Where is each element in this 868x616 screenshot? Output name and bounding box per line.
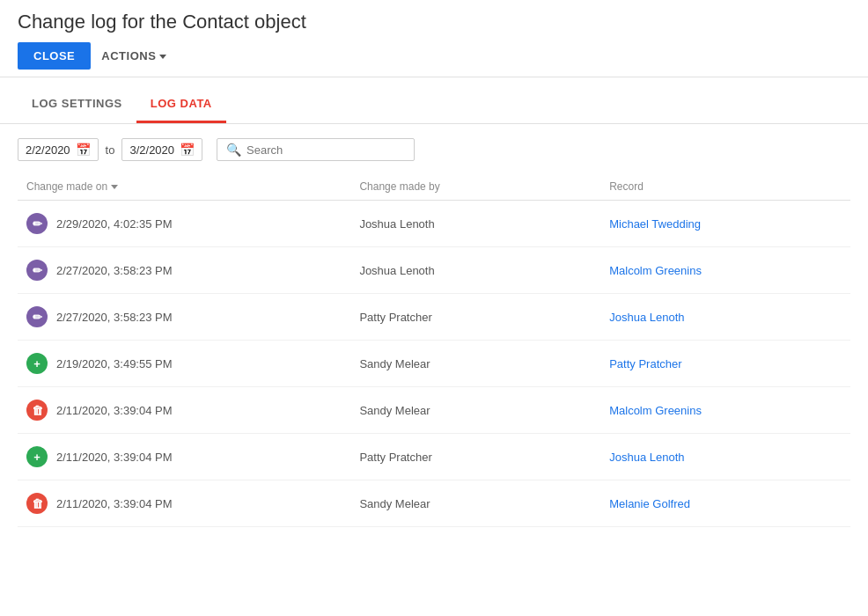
record-cell-6: Melanie Golfred (600, 480, 850, 527)
actions-label: ACTIONS (101, 49, 156, 62)
to-date-picker[interactable]: 3/2/2020 📅 (121, 138, 202, 161)
datetime-4: 2/11/2020, 3:39:04 PM (56, 404, 173, 417)
record-cell-4: Malcolm Greenins (600, 387, 850, 434)
table-row: + 2/19/2020, 3:49:55 PM Sandy Melear Pat… (18, 341, 850, 387)
table-row: 🗑 2/11/2020, 3:39:04 PM Sandy Melear Mel… (18, 480, 850, 527)
made-by-cell-3: Sandy Melear (350, 341, 600, 387)
change-on-cell-0: ✏ 2/29/2020, 4:02:35 PM (18, 201, 350, 247)
record-link-0[interactable]: Michael Twedding (609, 217, 701, 231)
made-by-1: Joshua Lenoth (359, 264, 434, 277)
search-wrap: 🔍 (217, 138, 415, 161)
change-on-cell-6: 🗑 2/11/2020, 3:39:04 PM (18, 480, 350, 527)
record-cell-0: Michael Twedding (600, 201, 850, 247)
tab-log-data[interactable]: LOG DATA (136, 86, 226, 123)
record-cell-5: Joshua Lenoth (600, 434, 850, 480)
filter-row: 2/2/2020 📅 to 3/2/2020 📅 🔍 (18, 138, 850, 161)
delete-icon-6: 🗑 (26, 493, 48, 514)
record-link-3[interactable]: Patty Pratcher (609, 357, 681, 370)
made-by-2: Patty Pratcher (359, 311, 431, 324)
table-row: ✏ 2/29/2020, 4:02:35 PM Joshua Lenoth Mi… (18, 201, 850, 247)
col-header-record: Record (600, 175, 850, 201)
table-row: ✏ 2/27/2020, 3:58:23 PM Patty Pratcher J… (18, 294, 850, 341)
to-calendar-icon[interactable]: 📅 (180, 143, 195, 157)
col-header-change-on: Change made on (18, 175, 350, 201)
tab-log-settings[interactable]: LOG SETTINGS (18, 86, 136, 123)
made-by-6: Sandy Melear (359, 497, 430, 510)
datetime-2: 2/27/2020, 3:58:23 PM (56, 311, 173, 324)
delete-icon-4: 🗑 (26, 400, 48, 421)
tabs-container: LOG SETTINGS LOG DATA (0, 86, 868, 124)
sort-change-on[interactable]: Change made on (26, 180, 118, 193)
record-link-2[interactable]: Joshua Lenoth (609, 311, 684, 324)
change-on-cell-4: 🗑 2/11/2020, 3:39:04 PM (18, 387, 350, 434)
made-by-3: Sandy Melear (359, 357, 430, 370)
datetime-0: 2/29/2020, 4:02:35 PM (56, 217, 173, 231)
datetime-5: 2/11/2020, 3:39:04 PM (56, 451, 173, 464)
record-link-6[interactable]: Melanie Golfred (609, 497, 690, 510)
sort-chevron-icon (111, 185, 118, 189)
page-title: Change log for the Contact object (18, 11, 850, 33)
record-cell-1: Malcolm Greenins (600, 247, 850, 294)
change-on-cell-1: ✏ 2/27/2020, 3:58:23 PM (18, 247, 350, 294)
made-by-cell-4: Sandy Melear (350, 387, 600, 434)
chevron-down-icon (159, 55, 166, 59)
from-calendar-icon[interactable]: 📅 (76, 143, 91, 157)
record-cell-2: Joshua Lenoth (600, 294, 850, 341)
to-date-value: 3/2/2020 (129, 143, 174, 157)
made-by-cell-5: Patty Pratcher (350, 434, 600, 480)
add-icon-5: + (26, 446, 48, 467)
change-log-table: Change made on Change made by Record ✏ 2… (18, 175, 850, 527)
to-label: to (106, 143, 115, 157)
close-button[interactable]: CLOSE (18, 42, 91, 70)
edit-icon-0: ✏ (26, 213, 48, 234)
change-on-cell-3: + 2/19/2020, 3:49:55 PM (18, 341, 350, 387)
made-by-cell-6: Sandy Melear (350, 480, 600, 527)
datetime-3: 2/19/2020, 3:49:55 PM (56, 357, 173, 370)
content-area: 2/2/2020 📅 to 3/2/2020 📅 🔍 Change made o… (0, 124, 868, 541)
table-body: ✏ 2/29/2020, 4:02:35 PM Joshua Lenoth Mi… (18, 201, 850, 527)
table-header: Change made on Change made by Record (18, 175, 850, 201)
page-header: Change log for the Contact object CLOSE … (0, 0, 868, 77)
made-by-0: Joshua Lenoth (359, 217, 434, 231)
toolbar: CLOSE ACTIONS (18, 42, 850, 70)
from-date-value: 2/2/2020 (26, 143, 70, 157)
add-icon-3: + (26, 353, 48, 374)
edit-icon-2: ✏ (26, 306, 48, 327)
search-icon: 🔍 (226, 143, 241, 157)
made-by-cell-1: Joshua Lenoth (350, 247, 600, 294)
made-by-4: Sandy Melear (359, 404, 430, 417)
made-by-cell-2: Patty Pratcher (350, 294, 600, 341)
made-by-cell-0: Joshua Lenoth (350, 201, 600, 247)
datetime-6: 2/11/2020, 3:39:04 PM (56, 497, 173, 510)
from-date-picker[interactable]: 2/2/2020 📅 (18, 138, 99, 161)
table-row: ✏ 2/27/2020, 3:58:23 PM Joshua Lenoth Ma… (18, 247, 850, 294)
col-header-made-by: Change made by (350, 175, 600, 201)
record-cell-3: Patty Pratcher (600, 341, 850, 387)
change-on-cell-5: + 2/11/2020, 3:39:04 PM (18, 434, 350, 480)
search-input[interactable] (246, 143, 405, 157)
edit-icon-1: ✏ (26, 260, 48, 281)
record-link-5[interactable]: Joshua Lenoth (609, 451, 684, 464)
datetime-1: 2/27/2020, 3:58:23 PM (56, 264, 173, 277)
table-row: + 2/11/2020, 3:39:04 PM Patty Pratcher J… (18, 434, 850, 480)
change-on-cell-2: ✏ 2/27/2020, 3:58:23 PM (18, 294, 350, 341)
made-by-5: Patty Pratcher (359, 451, 431, 464)
actions-button[interactable]: ACTIONS (101, 49, 166, 62)
record-link-1[interactable]: Malcolm Greenins (609, 264, 702, 277)
table-row: 🗑 2/11/2020, 3:39:04 PM Sandy Melear Mal… (18, 387, 850, 434)
record-link-4[interactable]: Malcolm Greenins (609, 404, 702, 417)
